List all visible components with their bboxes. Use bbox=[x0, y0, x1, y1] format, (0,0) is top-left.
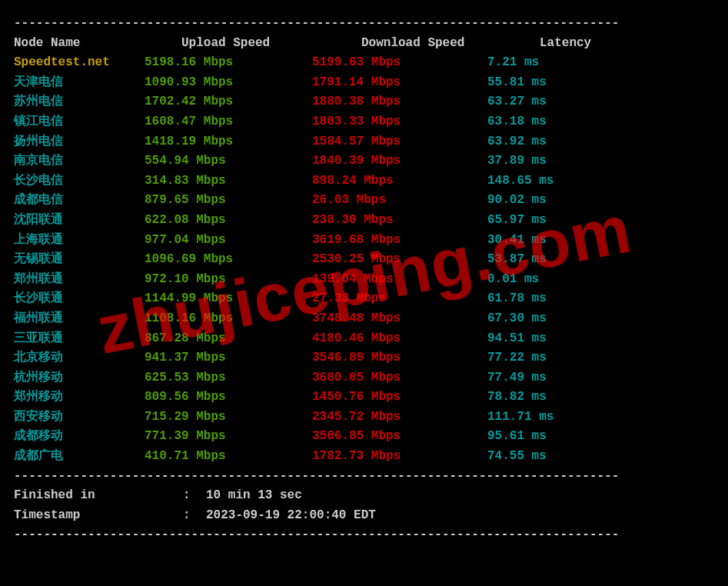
cell-latency: 65.97 ms bbox=[487, 211, 547, 231]
footer-finished-label: Finished in bbox=[14, 486, 183, 506]
table-row: 苏州电信1702.42 Mbps1880.38 Mbps63.27 ms bbox=[14, 92, 714, 112]
cell-download: 4180.46 Mbps bbox=[312, 329, 487, 349]
cell-upload: 314.83 Mbps bbox=[145, 171, 312, 191]
cell-upload: 771.39 Mbps bbox=[145, 427, 312, 447]
divider-bottom: ----------------------------------------… bbox=[14, 525, 714, 545]
table-row: 沈阳联通622.08 Mbps238.30 Mbps65.97 ms bbox=[14, 211, 714, 231]
cell-latency: 63.27 ms bbox=[487, 92, 547, 112]
cell-latency: 78.82 ms bbox=[487, 388, 547, 408]
cell-node: 长沙联通 bbox=[14, 289, 145, 309]
cell-node: 沈阳联通 bbox=[14, 211, 145, 231]
cell-latency: 0.01 ms bbox=[487, 270, 539, 290]
cell-download: 238.30 Mbps bbox=[312, 211, 487, 231]
table-row: 无锡联通1096.69 Mbps2530.25 Mbps53.87 ms bbox=[14, 250, 714, 270]
cell-node: 成都电信 bbox=[14, 191, 145, 211]
header-download: Download Speed bbox=[312, 34, 487, 54]
cell-upload: 1608.47 Mbps bbox=[145, 112, 312, 132]
cell-upload: 1090.93 Mbps bbox=[145, 73, 312, 93]
table-row: 上海联通977.04 Mbps3619.68 Mbps30.41 ms bbox=[14, 231, 714, 251]
cell-latency: 53.87 ms bbox=[487, 250, 547, 270]
table-row-speedtest: Speedtest.net 5198.16 Mbps 5199.63 Mbps … bbox=[14, 53, 714, 73]
cell-upload: 410.71 Mbps bbox=[145, 447, 312, 467]
cell-download: 3506.85 Mbps bbox=[312, 427, 487, 447]
cell-latency: 55.81 ms bbox=[487, 73, 547, 93]
cell-download: 1782.73 Mbps bbox=[312, 447, 487, 467]
cell-node: 扬州电信 bbox=[14, 132, 145, 152]
cell-download: 5199.63 Mbps bbox=[312, 53, 487, 73]
cell-node: 天津电信 bbox=[14, 73, 145, 93]
cell-upload: 1096.69 Mbps bbox=[145, 250, 312, 270]
cell-latency: 94.51 ms bbox=[487, 329, 547, 349]
cell-latency: 37.89 ms bbox=[487, 151, 547, 171]
cell-download: 2345.72 Mbps bbox=[312, 408, 487, 428]
cell-latency: 63.92 ms bbox=[487, 132, 547, 152]
table-row: 成都移动771.39 Mbps3506.85 Mbps95.61 ms bbox=[14, 427, 714, 447]
table-row: 郑州移动809.56 Mbps1450.76 Mbps78.82 ms bbox=[14, 388, 714, 408]
table-row: 成都广电410.71 Mbps1782.73 Mbps74.55 ms bbox=[14, 447, 714, 467]
cell-latency: 7.21 ms bbox=[487, 53, 539, 73]
cell-node: 郑州移动 bbox=[14, 388, 145, 408]
footer-sep: : bbox=[183, 486, 206, 506]
cell-latency: 61.78 ms bbox=[487, 289, 547, 309]
cell-node: 郑州联通 bbox=[14, 270, 145, 290]
cell-download: 1840.39 Mbps bbox=[312, 151, 487, 171]
divider-top: ----------------------------------------… bbox=[14, 14, 714, 34]
cell-upload: 1144.99 Mbps bbox=[145, 289, 312, 309]
cell-latency: 111.71 ms bbox=[487, 408, 553, 428]
footer-timestamp-row: Timestamp : 2023-09-19 22:00:40 EDT bbox=[14, 506, 714, 526]
cell-node: Speedtest.net bbox=[14, 53, 145, 73]
table-row: 杭州移动625.53 Mbps3680.05 Mbps77.49 ms bbox=[14, 368, 714, 388]
cell-latency: 90.02 ms bbox=[487, 191, 547, 211]
cell-download: 27.33 Mbps bbox=[312, 289, 487, 309]
cell-upload: 622.08 Mbps bbox=[145, 211, 312, 231]
footer-finished-value: 10 min 13 sec bbox=[206, 486, 302, 506]
cell-download: 1450.76 Mbps bbox=[312, 388, 487, 408]
cell-node: 无锡联通 bbox=[14, 250, 145, 270]
cell-upload: 809.56 Mbps bbox=[145, 388, 312, 408]
cell-node: 南京电信 bbox=[14, 151, 145, 171]
table-row: 成都电信879.65 Mbps26.03 Mbps90.02 ms bbox=[14, 191, 714, 211]
cell-node: 镇江电信 bbox=[14, 112, 145, 132]
cell-upload: 1702.42 Mbps bbox=[145, 92, 312, 112]
header-upload: Upload Speed bbox=[145, 34, 312, 54]
cell-download: 898.24 Mbps bbox=[312, 171, 487, 191]
table-row: 南京电信554.94 Mbps1840.39 Mbps37.89 ms bbox=[14, 151, 714, 171]
cell-download: 1791.14 Mbps bbox=[312, 73, 487, 93]
cell-upload: 1108.16 Mbps bbox=[145, 309, 312, 329]
cell-upload: 879.65 Mbps bbox=[145, 191, 312, 211]
cell-upload: 941.37 Mbps bbox=[145, 348, 312, 368]
cell-download: 2530.25 Mbps bbox=[312, 250, 487, 270]
cell-latency: 77.22 ms bbox=[487, 348, 547, 368]
cell-latency: 77.49 ms bbox=[487, 368, 547, 388]
cell-latency: 74.55 ms bbox=[487, 447, 547, 467]
cell-latency: 30.41 ms bbox=[487, 231, 547, 251]
cell-download: 3748.48 Mbps bbox=[312, 309, 487, 329]
cell-latency: 148.65 ms bbox=[487, 171, 553, 191]
cell-node: 杭州移动 bbox=[14, 368, 145, 388]
cell-upload: 5198.16 Mbps bbox=[145, 53, 312, 73]
cell-download: 26.03 Mbps bbox=[312, 191, 487, 211]
cell-download: 3546.89 Mbps bbox=[312, 348, 487, 368]
footer-finished-row: Finished in : 10 min 13 sec bbox=[14, 486, 714, 506]
table-row: 三亚联通867.28 Mbps4180.46 Mbps94.51 ms bbox=[14, 329, 714, 349]
table-row: 北京移动941.37 Mbps3546.89 Mbps77.22 ms bbox=[14, 348, 714, 368]
cell-upload: 867.28 Mbps bbox=[145, 329, 312, 349]
cell-upload: 625.53 Mbps bbox=[145, 368, 312, 388]
cell-download: 1803.33 Mbps bbox=[312, 112, 487, 132]
header-node: Node Name bbox=[14, 34, 145, 54]
footer-timestamp-label: Timestamp bbox=[14, 506, 183, 526]
table-rows: 天津电信1090.93 Mbps1791.14 Mbps55.81 ms苏州电信… bbox=[14, 73, 714, 467]
cell-download: 1584.57 Mbps bbox=[312, 132, 487, 152]
cell-latency: 63.18 ms bbox=[487, 112, 547, 132]
footer-sep: : bbox=[183, 506, 206, 526]
cell-node: 成都移动 bbox=[14, 427, 145, 447]
cell-upload: 972.10 Mbps bbox=[145, 270, 312, 290]
divider-middle: ----------------------------------------… bbox=[14, 467, 714, 487]
cell-upload: 977.04 Mbps bbox=[145, 231, 312, 251]
cell-node: 长沙电信 bbox=[14, 171, 145, 191]
table-row: 镇江电信1608.47 Mbps1803.33 Mbps63.18 ms bbox=[14, 112, 714, 132]
table-row: 郑州联通972.10 Mbps139.04 Mbps0.01 ms bbox=[14, 270, 714, 290]
cell-node: 西安移动 bbox=[14, 408, 145, 428]
header-latency: Latency bbox=[487, 34, 591, 54]
table-row: 长沙电信314.83 Mbps898.24 Mbps148.65 ms bbox=[14, 171, 714, 191]
